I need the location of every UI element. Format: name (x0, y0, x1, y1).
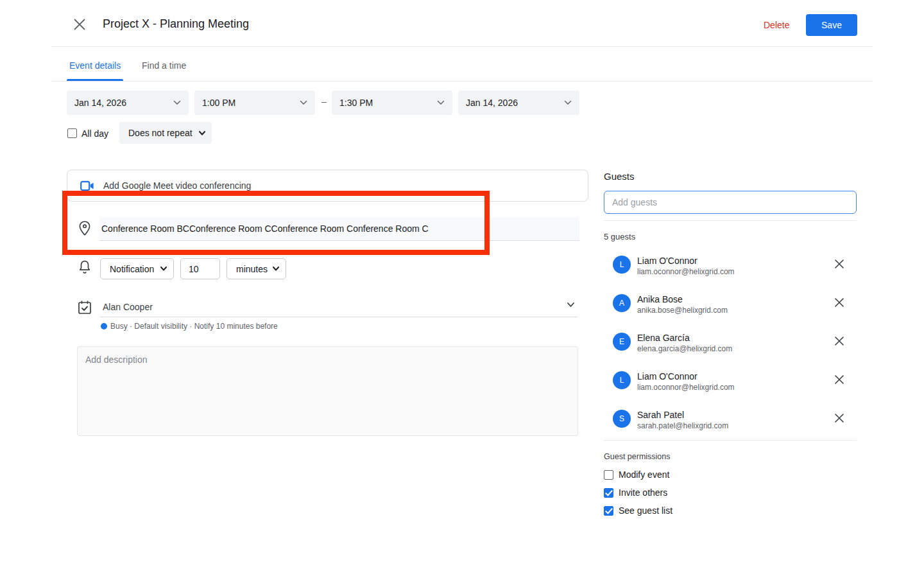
recurrence-value: Does not repeat (128, 128, 193, 138)
guest-email: sarah.patel@helixgrid.com (637, 421, 728, 430)
all-day-label: All day (81, 128, 108, 139)
chevron-down-icon (199, 131, 205, 136)
chevron-down-icon (564, 100, 572, 105)
start-time-select[interactable]: 1:00 PM (194, 91, 315, 115)
guest-list-item: L Liam O'Connor liam.oconnor@helixgrid.c… (604, 371, 857, 399)
permission-row-see-guest-list: See guest list (604, 504, 857, 517)
description-textarea[interactable] (77, 346, 578, 436)
end-time-value: 1:30 PM (339, 98, 373, 108)
notification-unit-select[interactable]: minutes (227, 258, 286, 279)
permission-label: See guest list (619, 505, 672, 516)
guest-name: Liam O'Connor (637, 256, 697, 266)
notification-type-value: Notification (110, 264, 154, 274)
permission-row-modify-event: Modify event (604, 468, 857, 481)
video-camera-icon (80, 180, 94, 191)
owner-select-underline (99, 317, 578, 317)
event-editor-page: Project X - Planning Meeting Delete Save… (0, 0, 924, 578)
guest-name: Elena García (637, 333, 690, 343)
bell-icon (78, 259, 91, 275)
guest-list-item: S Sarah Patel sarah.patel@helixgrid.com (604, 410, 857, 438)
save-button[interactable]: Save (806, 14, 857, 36)
header-divider (51, 46, 873, 47)
remove-guest-button[interactable] (834, 258, 845, 270)
chevron-down-icon (273, 267, 279, 271)
guest-list-item: E Elena García elena.garcia@helixgrid.co… (604, 333, 857, 361)
guest-name: Liam O'Connor (637, 371, 697, 381)
chevron-down-icon (173, 100, 181, 105)
permission-label: Modify event (619, 469, 669, 480)
location-pin-icon (78, 220, 92, 237)
guest-avatar: A (613, 294, 631, 312)
modify-event-checkbox[interactable] (604, 470, 613, 480)
notification-unit-value: minutes (236, 264, 268, 274)
guest-name: Anika Bose (637, 294, 683, 304)
location-input[interactable] (99, 217, 579, 241)
calendar-status-line: Busy · Default visibility · Notify 10 mi… (110, 322, 278, 331)
guest-list-item: A Anika Bose anika.bose@helixgrid.com (604, 294, 857, 322)
page-title: Project X - Planning Meeting (103, 17, 249, 31)
invite-others-checkbox[interactable] (604, 488, 613, 498)
guest-email: elena.garcia@helixgrid.com (637, 344, 732, 353)
end-date-select[interactable]: Jan 14, 2026 (458, 91, 579, 115)
guest-avatar: S (613, 410, 631, 428)
tab-find-a-time[interactable]: Find a time (142, 60, 186, 71)
add-google-meet-button[interactable]: Add Google Meet video conferencing (67, 170, 588, 202)
guests-section-title: Guests (604, 171, 635, 182)
remove-guest-button[interactable] (834, 412, 845, 424)
guest-email: liam.oconnor@helixgrid.com (637, 383, 735, 392)
guest-avatar: L (613, 256, 631, 274)
chevron-down-icon (437, 100, 445, 105)
guest-count-label: 5 guests (604, 232, 635, 241)
add-google-meet-label: Add Google Meet video conferencing (103, 180, 251, 191)
notification-type-select[interactable]: Notification (100, 258, 174, 279)
close-button[interactable] (72, 17, 87, 32)
busy-status-dot (101, 323, 107, 329)
tabs-divider (51, 81, 873, 82)
guest-email: anika.bose@helixgrid.com (637, 306, 728, 315)
tab-event-details[interactable]: Event details (69, 60, 121, 71)
start-date-select[interactable]: Jan 14, 2026 (67, 91, 189, 115)
chevron-down-icon[interactable] (567, 302, 574, 308)
remove-guest-button[interactable] (834, 297, 845, 308)
guest-list-item: L Liam O'Connor liam.oconnor@helixgrid.c… (604, 256, 857, 284)
close-icon (74, 19, 85, 30)
guest-name: Sarah Patel (637, 410, 684, 420)
remove-guest-button[interactable] (834, 374, 845, 385)
recurrence-select[interactable]: Does not repeat (119, 122, 212, 144)
remove-guest-button[interactable] (834, 335, 845, 347)
guest-email: liam.oconnor@helixgrid.com (637, 267, 735, 276)
calendar-owner-select[interactable]: Alan Cooper (103, 302, 153, 312)
all-day-checkbox[interactable] (67, 128, 77, 138)
permission-label: Invite others (619, 487, 667, 498)
chevron-down-icon (160, 267, 167, 271)
start-time-value: 1:00 PM (202, 98, 235, 108)
calendar-check-icon (78, 300, 92, 315)
guest-permissions-title: Guest permissions (604, 452, 671, 461)
guest-avatar: E (613, 333, 631, 351)
see-guest-list-checkbox[interactable] (604, 506, 613, 516)
notification-amount-input[interactable] (180, 258, 220, 279)
end-date-value: Jan 14, 2026 (466, 98, 518, 108)
guest-avatar: L (613, 371, 631, 389)
start-date-value: Jan 14, 2026 (74, 98, 126, 108)
add-guests-input[interactable] (604, 191, 857, 214)
guests-divider (604, 220, 857, 221)
chevron-down-icon (300, 100, 307, 105)
time-range-dash: – (319, 96, 329, 107)
end-time-select[interactable]: 1:30 PM (332, 91, 452, 115)
delete-button[interactable]: Delete (764, 20, 789, 30)
guests-bottom-divider (604, 440, 857, 441)
permission-row-invite-others: Invite others (604, 486, 857, 499)
